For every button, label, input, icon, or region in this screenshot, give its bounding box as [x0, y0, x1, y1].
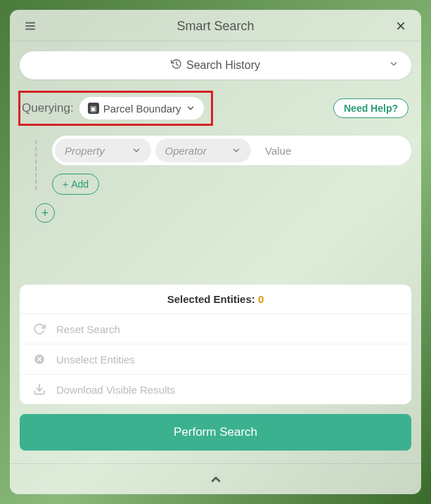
value-input[interactable] — [255, 138, 409, 162]
chevron-down-icon — [186, 103, 195, 113]
querying-label: Querying: — [22, 101, 74, 115]
chevron-down-icon — [389, 59, 399, 72]
selected-entities-header: Selected Entities: 0 — [20, 285, 411, 314]
unselect-entities-label: Unselect Entities — [56, 354, 135, 366]
property-select[interactable]: Property — [55, 138, 151, 162]
plus-icon: + — [63, 179, 68, 190]
need-help-button[interactable]: Need Help? — [333, 98, 409, 118]
layer-icon: ▣ — [88, 103, 99, 114]
operator-placeholder: Operator — [165, 145, 207, 157]
querying-layer-text: Parcel Boundary — [103, 103, 181, 115]
querying-highlight-box: Querying: ▣ Parcel Boundary — [18, 91, 213, 126]
querying-row: Querying: ▣ Parcel Boundary Need Help? — [20, 91, 411, 126]
history-icon — [171, 58, 182, 72]
add-group-button[interactable]: + — [35, 203, 55, 223]
download-results-label: Download Visible Results — [56, 384, 175, 396]
property-placeholder: Property — [65, 145, 105, 157]
search-history-dropdown[interactable]: Search History — [20, 51, 411, 79]
refresh-icon — [32, 323, 46, 335]
selected-entities-label: Selected Entities: — [167, 293, 258, 305]
chevron-down-icon — [231, 146, 241, 155]
condition-row: Property Operator — [52, 136, 411, 165]
selected-entities-count: 0 — [258, 293, 264, 305]
search-history-label: Search History — [186, 59, 260, 72]
collapse-panel-button[interactable] — [10, 463, 421, 494]
times-circle-icon — [32, 353, 46, 366]
download-icon — [32, 383, 46, 396]
close-icon[interactable]: × — [393, 18, 409, 34]
actions-card: Selected Entities: 0 Reset Search Unsele… — [20, 285, 411, 404]
unselect-entities-action[interactable]: Unselect Entities — [20, 344, 411, 375]
chevron-up-icon — [209, 472, 223, 486]
operator-select[interactable]: Operator — [155, 138, 252, 162]
reset-search-label: Reset Search — [56, 323, 120, 335]
spacer — [10, 223, 421, 275]
download-results-action[interactable]: Download Visible Results — [20, 375, 411, 404]
querying-layer-dropdown[interactable]: ▣ Parcel Boundary — [79, 97, 204, 119]
perform-search-button[interactable]: Perform Search — [20, 414, 411, 451]
tree-line — [35, 140, 37, 190]
reset-search-action[interactable]: Reset Search — [20, 314, 411, 344]
add-condition-button[interactable]: + Add — [52, 174, 99, 195]
smart-search-panel: Smart Search × Search History Querying: … — [10, 10, 421, 494]
chevron-down-icon — [131, 146, 141, 155]
panel-title: Smart Search — [176, 19, 254, 34]
panel-body: Search History Querying: ▣ Parcel Bounda… — [10, 41, 421, 223]
panel-header: Smart Search × — [10, 10, 421, 41]
condition-builder: Property Operator + Add + — [20, 136, 411, 223]
menu-icon[interactable] — [22, 18, 38, 34]
add-label: Add — [71, 179, 89, 190]
